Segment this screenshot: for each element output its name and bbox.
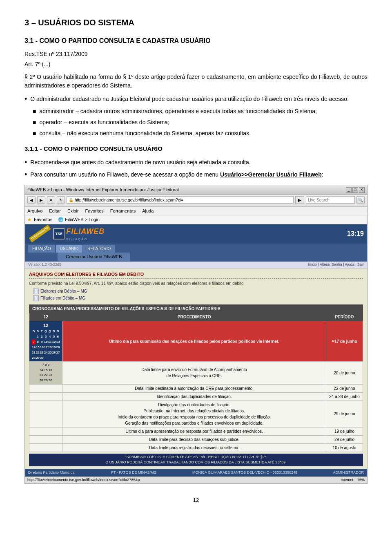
cron-period-6: 19 de julho [326, 427, 363, 435]
bullet-dot-1: • [24, 95, 27, 104]
browser-window-controls: _ □ ✕ [346, 187, 365, 193]
go-button[interactable]: ▶ [295, 196, 304, 204]
search-input[interactable] [306, 196, 355, 204]
cron-proc-8: Data limite para registro das decisões n… [62, 443, 326, 452]
bullet-dot-2: • [24, 158, 27, 167]
nav-usuario[interactable]: USUÁRIO [56, 245, 83, 253]
file-link-filiados[interactable]: 📄 Filiados em Débito – MG [33, 295, 359, 301]
address-bar[interactable]: 🔒 http://filiawebtreinamento.tse.gov.br/… [67, 196, 294, 204]
file-icon-2: 📄 [33, 295, 39, 301]
filiaweb-app: TREINAMENTO TSE FILIAWEB FILIAÇÃO 13:19 [25, 224, 367, 477]
browser-title: FiliaWEB > Login - Windows Internet Expl… [27, 186, 179, 193]
page-number: 12 [24, 496, 368, 504]
menu-favoritos[interactable]: Favoritos [85, 208, 104, 215]
refresh-button[interactable]: ↻ [57, 196, 65, 204]
address-text: http://filiawebtreinamento.tse.gov.br/fi… [75, 197, 183, 203]
nav-filiacao[interactable]: FILIAÇÃO [28, 245, 55, 253]
filiaweb-logo: TREINAMENTO TSE FILIAWEB FILIAÇÃO [28, 226, 105, 242]
square-dot-2: ■ [33, 118, 36, 127]
col-cal: 12 [29, 313, 62, 321]
minimize-button[interactable]: _ [346, 187, 352, 193]
browser-menu-bar: Arquivo Editar Exibir Favoritos Ferramen… [25, 207, 367, 216]
bullet-dot-3: • [24, 170, 27, 179]
top-links[interactable]: Início | Alterar Senha | Ajuda | Sair [308, 262, 364, 268]
res-line2: Art. 7º (...) [24, 60, 368, 69]
cron-period-7: 29 de julho [326, 435, 363, 443]
cronograma-title: CRONOGRAMA PARA PROCESSAMENTO DE RELAÇÕE… [32, 306, 220, 312]
square-dot-3: ■ [33, 129, 36, 138]
cron-cal-3 [29, 384, 62, 392]
address-icon: 🔒 [69, 197, 74, 203]
file-icon-1: 📄 [33, 289, 39, 294]
file-links: 📄 Eleitores em Débito – MG 📄 Filiados em… [29, 288, 363, 301]
filiaweb-header: TREINAMENTO TSE FILIAWEB FILIAÇÃO 13:19 [25, 224, 367, 244]
section1-header: ARQUIVOS COM ELEITORES E FILIADOS EM DÉB… [29, 271, 363, 279]
dropdown-gerenciar[interactable]: Gerenciar Usuário FiliaWEB [58, 253, 130, 261]
file-link-eleitores[interactable]: 📄 Eleitores em Débito – MG [33, 288, 359, 294]
nav-relatorio[interactable]: RELATÓRIO [83, 245, 115, 253]
cron-row-8: Data limite para registro das decisões n… [29, 443, 363, 452]
filiaweb-footer: Diretório Partidário Municipal PT - PATO… [25, 469, 367, 477]
filiaweb-logo-text: FILIAWEB [66, 226, 105, 237]
cronograma-table: 12 PROCEDIMENTO PERÍODO 12 DSTQQSS [29, 313, 363, 452]
bullet-text-1: O administrador cadastrado na Justiça El… [30, 95, 349, 103]
res-line1: Res.TSE nº 23.117/2009 [24, 50, 368, 58]
menu-ajuda[interactable]: Ajuda [142, 208, 154, 215]
cron-row-1: 12 DSTQQSS 123456 78910111213 1415161718… [29, 321, 363, 362]
footer-role: ADMINISTRADOR [333, 470, 364, 476]
chapter-title: 3 – USUÁRIOS DO SISTEMA [24, 16, 368, 29]
footer-diretorio: Diretório Partidário Municipal [28, 470, 76, 476]
filiaweb-body: ARQUIVOS COM ELEITORES E FILIADOS EM DÉB… [25, 269, 367, 469]
col-period: PERÍODO [326, 313, 363, 321]
footer-warning: ¹SUBMISSÃO DE LISTA SOMENTE ATÉ AS 18h -… [29, 454, 363, 466]
cron-row-4: Identificação das duplicidades de filiaç… [29, 392, 363, 401]
treinamento-badge: TREINAMENTO [29, 225, 51, 242]
cron-row-3: Data limite destinada à autorização da C… [29, 384, 363, 392]
back-button[interactable]: ◀ [27, 196, 36, 204]
cron-period-3: 22 de junho [326, 384, 363, 392]
menu-ferramentas[interactable]: Ferramentas [110, 208, 136, 215]
star-icon: ★ [27, 216, 31, 223]
cron-period-8: 10 de agosto [326, 443, 363, 452]
square-text-2: operador – executa as funcionalidades do… [39, 118, 169, 127]
browser-window: FiliaWEB > Login - Windows Internet Expl… [24, 185, 368, 484]
restore-button[interactable]: □ [352, 187, 358, 193]
cron-cal-6 [29, 427, 62, 435]
square-dot-1: ■ [33, 107, 36, 116]
close-button[interactable]: ✕ [359, 187, 365, 193]
footer-user: MONICA GUIMARAES SANTOS DEL-VECHIO - 083… [192, 470, 297, 476]
browser-toolbar: ◀ ▶ ✕ ↻ 🔒 http://filiawebtreinamento.tse… [25, 195, 367, 207]
forward-button[interactable]: ▶ [37, 196, 45, 204]
cron-cal-2: 7 8 914 15 1621 22 2328 29 30 [29, 361, 62, 384]
square-text-1: administrador – cadastra outros administ… [39, 107, 316, 116]
cron-proc-7: Data limite para decisão das situações s… [62, 435, 326, 443]
footer-pt: PT - PATOS DE MINAS/MG [111, 470, 156, 476]
stop-button[interactable]: ✕ [47, 196, 55, 204]
bullet-text-2: Recomenda-se que antes do cadastramento … [30, 158, 250, 167]
fav-link-filiaweb[interactable]: 🌐 FiliaWEB > Login [58, 216, 100, 223]
statusbar-url: http://filiawebtreinamento.tse.gov.br/fi… [27, 477, 140, 483]
tse-emblem: TSE [53, 228, 65, 239]
favorites-label[interactable]: Favoritos [34, 216, 52, 223]
menu-arquivo[interactable]: Arquivo [27, 208, 42, 215]
subsection-title: 3.1.1 - COMO O PARTIDO CONSULTA USUÁRIO [24, 144, 368, 154]
browser-statusbar: http://filiawebtreinamento.tse.gov.br/fi… [25, 477, 367, 483]
section-title: 3.1 - COMO O PARTIDO CONSULTA E CADASTRA… [24, 36, 368, 46]
col-proc: PROCEDIMENTO [62, 313, 326, 321]
cron-period-1: ¹²17 de junho [326, 321, 363, 362]
cronograma-section: CRONOGRAMA PARA PROCESSAMENTO DE RELAÇÕE… [29, 304, 363, 452]
cron-cal-7 [29, 435, 62, 443]
cron-proc-1: Último dia para submissão das relações d… [62, 321, 326, 362]
cron-row-2: 7 8 914 15 1621 22 2328 29 30 Data limit… [29, 361, 363, 384]
cron-proc-4: Identificação das duplicidades de filiaç… [62, 392, 326, 401]
paragraph1: § 2º O usuário habilitado na forma do § … [24, 73, 368, 90]
cron-row-6: Último dia para apresentação de resposta… [29, 427, 363, 435]
favorites-bar: ★ Favoritos 🌐 FiliaWEB > Login [25, 215, 367, 224]
cron-cal-5 [29, 401, 62, 427]
search-go-button[interactable]: 🔍 [356, 196, 365, 204]
menu-editar[interactable]: Editar [49, 208, 61, 215]
menu-exibir[interactable]: Exibir [67, 208, 79, 215]
square-text-3: consulta – não executa nenhuma funcional… [39, 129, 251, 138]
statusbar-zone: Internet 75% [341, 477, 365, 483]
cron-row-5: Divulgação das duplicidades de filiação.… [29, 401, 363, 427]
